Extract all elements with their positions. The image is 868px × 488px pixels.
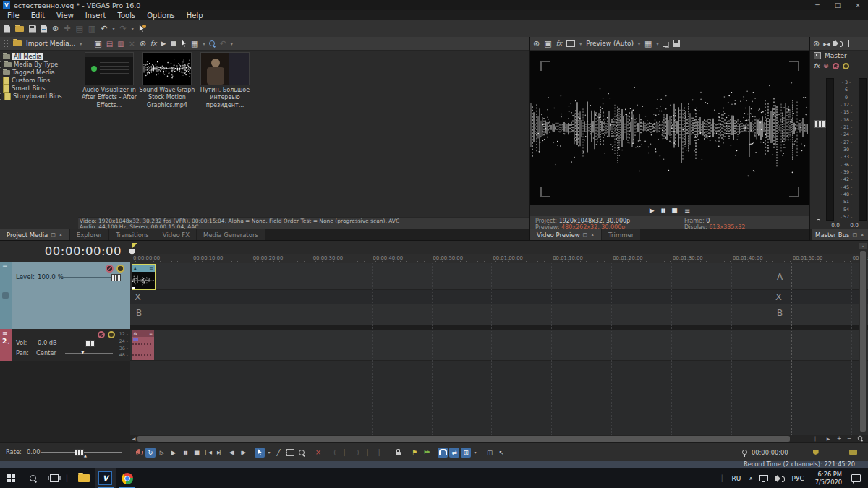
selection-edit-tool[interactable]: [285, 448, 295, 458]
interactive-tutorials-button[interactable]: [139, 25, 146, 33]
taskbar-search-button[interactable]: [22, 468, 43, 488]
zoom-in-button[interactable]: +: [835, 435, 843, 442]
close-tab-icon[interactable]: ×: [59, 232, 63, 238]
play[interactable]: ▶: [169, 448, 179, 458]
task-view-button[interactable]: [43, 468, 65, 488]
chrome-taskbar-button[interactable]: [116, 468, 138, 488]
level-slider-handle[interactable]: [111, 274, 121, 281]
menu-item-help[interactable]: Help: [181, 12, 209, 20]
horizontal-scroll-handle[interactable]: [137, 436, 790, 442]
pause[interactable]: ▮▮: [180, 448, 190, 458]
project-video-properties-button[interactable]: ▣: [544, 39, 551, 48]
timeline[interactable]: 0:00:00:0000:00:10:0000:00:20:0000:00:30…: [130, 241, 868, 442]
external-monitor-dropdown[interactable]: ▾: [579, 41, 582, 46]
bin-custom-bins[interactable]: Custom Bins: [3, 77, 80, 84]
save-project-button[interactable]: [29, 25, 36, 33]
scroll-right-button[interactable]: ▶: [825, 435, 832, 442]
bus-mute-button[interactable]: [833, 63, 839, 69]
insert-region[interactable]: ⚑⚑: [421, 448, 431, 458]
menu-item-insert[interactable]: Insert: [80, 12, 112, 20]
bin-tagged-media[interactable]: Tagged Media: [3, 69, 80, 76]
zoom-edit-tool[interactable]: [297, 448, 307, 458]
close-tab-icon[interactable]: ×: [860, 232, 864, 238]
audio-lane[interactable]: [130, 330, 868, 361]
zoom-tool-button[interactable]: [856, 435, 864, 442]
normal-edit-tool-dropdown[interactable]: ▾: [266, 448, 272, 458]
tab-media-generators[interactable]: Media Generators: [197, 229, 265, 240]
float-window-icon[interactable]: □: [51, 232, 56, 238]
minimize-button[interactable]: ─: [807, 1, 827, 9]
track-lanes[interactable]: X B A X B ▴ ≡ fx ≡: [130, 263, 868, 435]
tray-clock[interactable]: 6:26 PM 7/5/2020: [815, 471, 842, 486]
float-window-icon[interactable]: □: [853, 232, 858, 238]
media-item[interactable]: Audio Visualizer in After Effects - Afte…: [81, 52, 137, 109]
auto-ripple[interactable]: ⇄: [449, 448, 459, 458]
tab-transitions[interactable]: Transitions: [109, 229, 156, 240]
tray-expand-button[interactable]: ∧: [749, 476, 752, 481]
menu-item-file[interactable]: File: [1, 12, 25, 20]
master-fader-track[interactable]: [820, 80, 820, 221]
tab-trimmer[interactable]: Trimmer: [602, 229, 640, 240]
open-project-button[interactable]: [15, 26, 24, 32]
float-window-icon[interactable]: □: [583, 232, 588, 238]
views-button[interactable]: ▦: [191, 39, 198, 48]
bus-automation-button[interactable]: ⊛: [823, 62, 829, 69]
preview-quality-dropdown[interactable]: ▾: [638, 41, 640, 46]
mixer-console-button[interactable]: [843, 40, 849, 47]
bin-smart-bins[interactable]: Smart Bins: [3, 85, 80, 92]
expand-icon[interactable]: +: [0, 93, 1, 100]
delete-button[interactable]: ×: [313, 448, 323, 458]
event-pan-crop-icon[interactable]: ▴: [134, 265, 137, 271]
lock-envelopes-to-events-dropdown[interactable]: ▾: [472, 448, 478, 458]
marker-bar[interactable]: [130, 241, 868, 255]
action-center-icon[interactable]: [851, 474, 861, 482]
lock-button[interactable]: [393, 448, 403, 458]
undo-button[interactable]: ↶: [101, 24, 107, 33]
mixer-settings-button[interactable]: ⊛: [813, 39, 820, 48]
capture-video-button[interactable]: ▤: [106, 40, 113, 48]
video-preview-screen[interactable]: [530, 51, 809, 205]
over lays-button[interactable]: ▦: [644, 39, 652, 48]
close-button[interactable]: ×: [848, 1, 868, 9]
preview-pause-button[interactable]: ▮▮: [661, 207, 665, 213]
video-output-fx-button[interactable]: fx: [556, 40, 563, 47]
audio-event-header[interactable]: fx ≡: [132, 330, 154, 337]
file-explorer-button[interactable]: [73, 468, 95, 488]
media-properties-button[interactable]: ⊛: [140, 39, 146, 48]
project-properties-button[interactable]: [41, 25, 47, 33]
expand-icon[interactable]: +: [0, 61, 1, 68]
vertical-scrollbar[interactable]: ▴: [859, 243, 867, 433]
event-fx-icon[interactable]: fx: [133, 331, 137, 336]
dock-grip-icon[interactable]: [3, 39, 9, 48]
tab-video-preview[interactable]: Video Preview □ ×: [530, 229, 601, 240]
envelope-edit-tool[interactable]: ╱: [273, 448, 284, 458]
track-menu-icon[interactable]: ≡: [2, 330, 8, 337]
view-thumbnails-button[interactable]: ▣: [94, 39, 101, 48]
preview-settings-button[interactable]: ⊛: [533, 39, 540, 48]
menu-item-options[interactable]: Options: [141, 12, 181, 20]
loop-playback[interactable]: ↻: [145, 448, 156, 458]
tray-language[interactable]: RU: [732, 475, 741, 482]
network-icon[interactable]: [760, 475, 768, 481]
pan-slider-track[interactable]: [65, 353, 113, 354]
video-track-strip[interactable]: ≡: [0, 262, 12, 329]
marker-tool-icon[interactable]: [813, 450, 819, 455]
ignore-event-grouping[interactable]: ◫: [485, 448, 495, 458]
video-lane-a[interactable]: [130, 263, 868, 289]
track-mute-button[interactable]: [106, 265, 114, 273]
overlays-dropdown[interactable]: ▾: [656, 41, 658, 46]
master-fader-handle[interactable]: [814, 120, 826, 128]
video-event-header[interactable]: ▴ ≡: [132, 265, 155, 272]
pan-slider-handle[interactable]: ▼: [81, 349, 85, 354]
tab-explorer[interactable]: Explorer: [70, 229, 109, 240]
bin-media-by-type[interactable]: +Media By Type: [3, 61, 80, 68]
disabled-edit-tool-2[interactable]: ▏: [341, 448, 352, 458]
menu-item-view[interactable]: View: [51, 12, 80, 20]
vertical-scroll-handle[interactable]: [860, 251, 866, 432]
start-button[interactable]: [0, 468, 22, 488]
normal-edit-tool[interactable]: [255, 448, 265, 458]
disabled-edit-tool-3[interactable]: ): [353, 448, 363, 458]
tab-project-media[interactable]: Project Media □ ×: [0, 229, 69, 240]
import-media-dropdown[interactable]: ▾: [80, 41, 82, 46]
import-media-button[interactable]: Import Media...: [26, 40, 75, 47]
